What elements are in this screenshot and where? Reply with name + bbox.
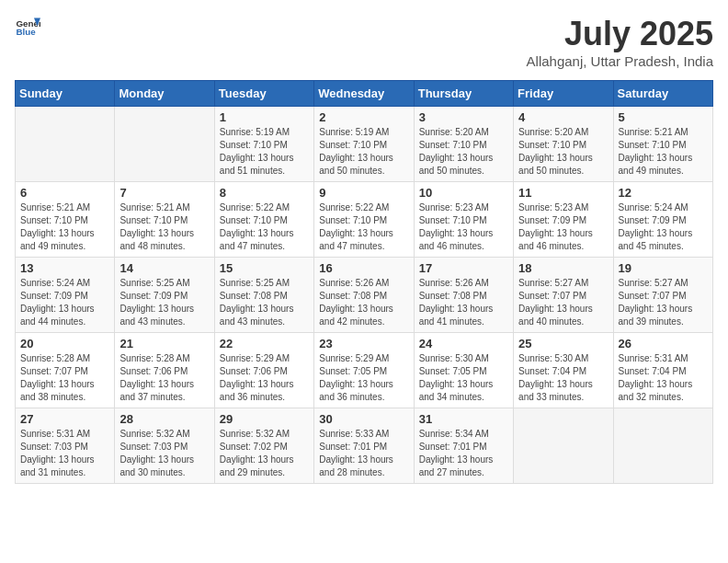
calendar-week-row: 6Sunrise: 5:21 AM Sunset: 7:10 PM Daylig… [16,182,713,258]
day-number: 1 [220,110,309,124]
cell-info: Sunrise: 5:30 AM Sunset: 7:05 PM Dayligh… [419,352,508,404]
calendar-table: SundayMondayTuesdayWednesdayThursdayFrid… [15,80,713,484]
title-block: July 2025 Allahganj, Uttar Pradesh, Indi… [527,15,713,69]
calendar-cell: 28Sunrise: 5:32 AM Sunset: 7:03 PM Dayli… [115,408,214,484]
day-number: 22 [220,337,309,350]
day-number: 16 [319,261,408,275]
day-number: 9 [319,186,408,200]
cell-info: Sunrise: 5:29 AM Sunset: 7:05 PM Dayligh… [319,352,408,404]
location-subtitle: Allahganj, Uttar Pradesh, India [527,53,713,69]
day-number: 7 [119,186,209,200]
calendar-cell: 1Sunrise: 5:19 AM Sunset: 7:10 PM Daylig… [214,107,313,182]
day-number: 23 [319,337,408,350]
logo-icon: General Blue [15,15,40,40]
month-year-title: July 2025 [527,15,713,53]
day-number: 12 [619,186,708,200]
cell-info: Sunrise: 5:33 AM Sunset: 7:01 PM Dayligh… [319,428,408,479]
day-number: 13 [20,261,109,275]
day-number: 29 [220,412,309,426]
cell-info: Sunrise: 5:22 AM Sunset: 7:10 PM Dayligh… [319,201,408,253]
calendar-cell: 30Sunrise: 5:33 AM Sunset: 7:01 PM Dayli… [314,408,414,484]
calendar-cell: 26Sunrise: 5:31 AM Sunset: 7:04 PM Dayli… [613,333,712,408]
day-number: 30 [319,412,408,426]
weekday-header: Thursday [414,81,513,107]
day-number: 20 [20,337,109,350]
calendar-cell: 4Sunrise: 5:20 AM Sunset: 7:10 PM Daylig… [514,107,613,182]
cell-info: Sunrise: 5:24 AM Sunset: 7:09 PM Dayligh… [619,201,708,253]
cell-info: Sunrise: 5:19 AM Sunset: 7:10 PM Dayligh… [319,126,408,178]
cell-info: Sunrise: 5:29 AM Sunset: 7:06 PM Dayligh… [220,352,309,404]
day-number: 15 [220,261,309,275]
calendar-week-row: 1Sunrise: 5:19 AM Sunset: 7:10 PM Daylig… [16,107,713,182]
day-number: 25 [518,337,608,350]
day-number: 18 [518,261,608,275]
calendar-cell: 8Sunrise: 5:22 AM Sunset: 7:10 PM Daylig… [214,182,313,258]
day-number: 3 [419,110,508,124]
day-number: 4 [518,110,608,124]
calendar-cell: 16Sunrise: 5:26 AM Sunset: 7:08 PM Dayli… [314,258,414,333]
cell-info: Sunrise: 5:26 AM Sunset: 7:08 PM Dayligh… [419,277,508,328]
cell-info: Sunrise: 5:32 AM Sunset: 7:02 PM Dayligh… [220,428,309,479]
calendar-week-row: 27Sunrise: 5:31 AM Sunset: 7:03 PM Dayli… [16,408,713,484]
calendar-cell: 23Sunrise: 5:29 AM Sunset: 7:05 PM Dayli… [314,333,414,408]
day-number: 8 [220,186,309,200]
cell-info: Sunrise: 5:25 AM Sunset: 7:08 PM Dayligh… [220,277,309,328]
cell-info: Sunrise: 5:27 AM Sunset: 7:07 PM Dayligh… [518,277,608,328]
day-number: 28 [119,412,209,426]
calendar-cell: 9Sunrise: 5:22 AM Sunset: 7:10 PM Daylig… [314,182,414,258]
calendar-cell: 14Sunrise: 5:25 AM Sunset: 7:09 PM Dayli… [115,258,214,333]
calendar-cell: 13Sunrise: 5:24 AM Sunset: 7:09 PM Dayli… [16,258,115,333]
calendar-cell: 7Sunrise: 5:21 AM Sunset: 7:10 PM Daylig… [115,182,214,258]
calendar-week-row: 20Sunrise: 5:28 AM Sunset: 7:07 PM Dayli… [16,333,713,408]
calendar-cell: 31Sunrise: 5:34 AM Sunset: 7:01 PM Dayli… [414,408,513,484]
calendar-cell [514,408,613,484]
cell-info: Sunrise: 5:21 AM Sunset: 7:10 PM Dayligh… [619,126,708,178]
weekday-header: Friday [514,81,613,107]
cell-info: Sunrise: 5:21 AM Sunset: 7:10 PM Dayligh… [119,201,209,253]
weekday-header: Sunday [16,81,115,107]
cell-info: Sunrise: 5:31 AM Sunset: 7:04 PM Dayligh… [619,352,708,404]
day-number: 17 [419,261,508,275]
calendar-cell: 22Sunrise: 5:29 AM Sunset: 7:06 PM Dayli… [214,333,313,408]
calendar-cell: 10Sunrise: 5:23 AM Sunset: 7:10 PM Dayli… [414,182,513,258]
calendar-cell: 24Sunrise: 5:30 AM Sunset: 7:05 PM Dayli… [414,333,513,408]
page-header: General Blue July 2025 Allahganj, Uttar … [15,15,713,69]
weekday-header: Saturday [613,81,712,107]
weekday-header-row: SundayMondayTuesdayWednesdayThursdayFrid… [16,81,713,107]
cell-info: Sunrise: 5:28 AM Sunset: 7:06 PM Dayligh… [119,352,209,404]
day-number: 27 [20,412,109,426]
calendar-cell: 29Sunrise: 5:32 AM Sunset: 7:02 PM Dayli… [214,408,313,484]
cell-info: Sunrise: 5:20 AM Sunset: 7:10 PM Dayligh… [518,126,608,178]
day-number: 21 [119,337,209,350]
weekday-header: Monday [115,81,214,107]
cell-info: Sunrise: 5:26 AM Sunset: 7:08 PM Dayligh… [319,277,408,328]
weekday-header: Tuesday [214,81,313,107]
cell-info: Sunrise: 5:23 AM Sunset: 7:10 PM Dayligh… [419,201,508,253]
calendar-cell: 19Sunrise: 5:27 AM Sunset: 7:07 PM Dayli… [613,258,712,333]
cell-info: Sunrise: 5:24 AM Sunset: 7:09 PM Dayligh… [20,277,109,328]
calendar-cell [613,408,712,484]
day-number: 10 [419,186,508,200]
day-number: 11 [518,186,608,200]
day-number: 6 [20,186,109,200]
calendar-cell: 3Sunrise: 5:20 AM Sunset: 7:10 PM Daylig… [414,107,513,182]
calendar-cell: 20Sunrise: 5:28 AM Sunset: 7:07 PM Dayli… [16,333,115,408]
day-number: 2 [319,110,408,124]
calendar-cell: 17Sunrise: 5:26 AM Sunset: 7:08 PM Dayli… [414,258,513,333]
cell-info: Sunrise: 5:30 AM Sunset: 7:04 PM Dayligh… [518,352,608,404]
day-number: 14 [119,261,209,275]
calendar-cell [16,107,115,182]
cell-info: Sunrise: 5:25 AM Sunset: 7:09 PM Dayligh… [119,277,209,328]
cell-info: Sunrise: 5:22 AM Sunset: 7:10 PM Dayligh… [220,201,309,253]
calendar-cell: 15Sunrise: 5:25 AM Sunset: 7:08 PM Dayli… [214,258,313,333]
cell-info: Sunrise: 5:19 AM Sunset: 7:10 PM Dayligh… [220,126,309,178]
day-number: 24 [419,337,508,350]
calendar-cell: 27Sunrise: 5:31 AM Sunset: 7:03 PM Dayli… [16,408,115,484]
cell-info: Sunrise: 5:34 AM Sunset: 7:01 PM Dayligh… [419,428,508,479]
cell-info: Sunrise: 5:31 AM Sunset: 7:03 PM Dayligh… [20,428,109,479]
calendar-cell: 12Sunrise: 5:24 AM Sunset: 7:09 PM Dayli… [613,182,712,258]
cell-info: Sunrise: 5:27 AM Sunset: 7:07 PM Dayligh… [619,277,708,328]
calendar-cell: 5Sunrise: 5:21 AM Sunset: 7:10 PM Daylig… [613,107,712,182]
calendar-cell: 25Sunrise: 5:30 AM Sunset: 7:04 PM Dayli… [514,333,613,408]
cell-info: Sunrise: 5:28 AM Sunset: 7:07 PM Dayligh… [20,352,109,404]
